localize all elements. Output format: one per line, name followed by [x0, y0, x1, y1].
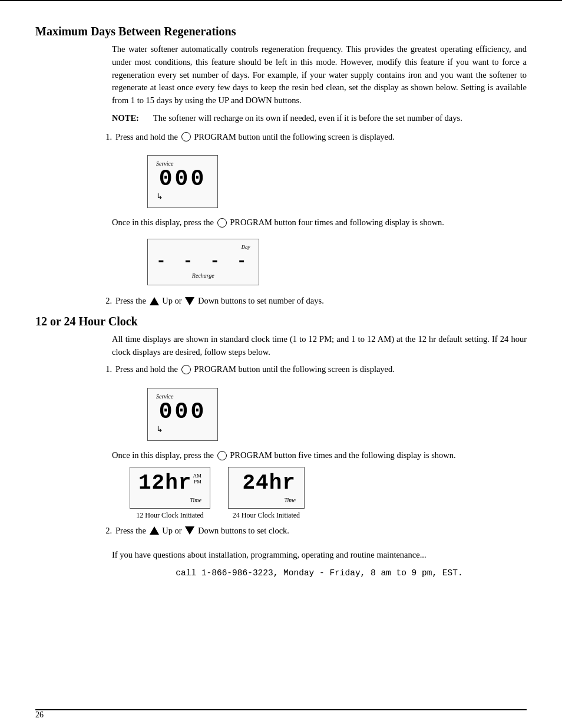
clock-24-caption: 24 Hour Clock Initiated	[233, 511, 300, 520]
display1-digits: 000	[156, 168, 209, 190]
clock-12-caption: 12 Hour Clock Initiated	[136, 511, 203, 520]
step2-number: 2.	[100, 295, 112, 308]
section1-content: The water softener automatically control…	[112, 43, 527, 308]
s2-step-number: 1.	[100, 363, 112, 376]
s2-display1-arrow: ↳	[156, 424, 209, 434]
up-arrow-icon	[150, 297, 159, 305]
s2-step2-down: Down buttons to set clock.	[198, 526, 289, 535]
s2-step2-up: Up or	[162, 526, 181, 535]
clock-24-digits: 24hr	[237, 471, 296, 495]
s2-up-arrow-icon	[150, 526, 159, 535]
clock-24-item: 24hr Time 24 Hour Clock Initiated	[228, 467, 305, 520]
clock-12-item: 12hr AMPM Time 12 Hour Clock Initiated	[130, 467, 210, 520]
display1-arrow: ↳	[156, 192, 209, 202]
footer-question: If you have questions about installation…	[112, 548, 527, 562]
page: Maximum Days Between Regenerations The w…	[0, 0, 562, 728]
section2-step2: 2. Press the Up or Down buttons to set c…	[100, 525, 527, 538]
clock-24-display-box: 24hr Time	[228, 467, 305, 509]
s2-step2-text: Press the	[115, 526, 146, 535]
note-line: NOTE: The softener will recharge on its …	[112, 112, 527, 125]
s2-step1-content: Press and hold the PROGRAM button until …	[115, 363, 395, 376]
s2-program-button-icon-2	[217, 451, 227, 460]
s2-display-box-1: Service 000 ↳	[147, 388, 218, 441]
step1b-post: PROGRAM button four times and following …	[230, 218, 444, 227]
note-text: The softener will recharge on its own if…	[153, 112, 462, 125]
section1-title: Maximum Days Between Regenerations	[35, 25, 527, 38]
section2-title: 12 or 24 Hour Clock	[35, 315, 527, 328]
step1-content: Press and hold the PROGRAM button until …	[115, 131, 395, 144]
clock-24-time-label: Time	[237, 497, 296, 503]
section1-body: The water softener automatically control…	[112, 43, 527, 107]
bottom-border	[35, 709, 527, 710]
section2-content: All time displays are shown in standard …	[112, 333, 527, 538]
program-button-icon	[181, 132, 191, 141]
s2-program-button-icon	[181, 365, 191, 374]
s2-display1-digits: 000	[156, 401, 209, 423]
display-box-1: Service 000 ↳	[147, 155, 218, 208]
clock-12-time-label: Time	[138, 497, 201, 503]
section2-body: All time displays are shown in standard …	[112, 333, 527, 359]
step2-down: Down buttons to set number of days.	[198, 296, 324, 305]
s2-step1b-text: Once in this display, press the PROGRAM …	[112, 449, 527, 462]
step2-content: Press the Up or Down buttons to set numb…	[115, 295, 324, 308]
footer-area: If you have questions about installation…	[112, 548, 527, 580]
section1-step2: 2. Press the Up or Down buttons to set n…	[100, 295, 527, 308]
step-number: 1.	[100, 131, 112, 144]
page-number: 26	[35, 710, 44, 720]
section1-step1: 1. Press and hold the PROGRAM button unt…	[100, 131, 527, 144]
step1-text2: PROGRAM button until the following scree…	[194, 132, 395, 141]
step1-text: Press and hold the	[115, 132, 178, 141]
note-label: NOTE:	[112, 112, 147, 125]
section2-step1: 1. Press and hold the PROGRAM button unt…	[100, 363, 527, 376]
s2-step2-content: Press the Up or Down buttons to set cloc…	[115, 525, 289, 538]
s2-step2-number: 2.	[100, 525, 112, 538]
down-arrow-icon	[185, 297, 194, 305]
display2-recharge: Recharge	[156, 272, 250, 279]
step1b-text: Once in this display, press the PROGRAM …	[112, 216, 527, 229]
footer-call: call 1-866-986-3223, Monday - Friday, 8 …	[112, 566, 527, 580]
clock-12-ampm: AMPM	[193, 473, 201, 485]
clock-12-display-box: 12hr AMPM Time	[130, 467, 210, 509]
s2-step1b-pre: Once in this display, press the	[112, 450, 214, 460]
display2-day: Day	[156, 244, 250, 250]
clock-12-digits: 12hr	[138, 471, 191, 495]
step2-text: Press the	[115, 296, 146, 305]
program-button-icon-2	[217, 218, 227, 228]
clock-displays: 12hr AMPM Time 12 Hour Clock Initiated 2…	[130, 467, 527, 520]
s2-step1b-post: PROGRAM button five times and the follow…	[230, 450, 455, 460]
step2-up: Up or	[162, 296, 181, 305]
s2-down-arrow-icon	[185, 526, 194, 535]
s2-step1-text2: PROGRAM button until the following scree…	[194, 364, 395, 374]
display-box-2: Day - - - - Recharge	[147, 239, 259, 285]
step1b-pre: Once in this display, press the	[112, 218, 214, 227]
s2-step1-text: Press and hold the	[115, 364, 178, 374]
display2-dashes: - - - -	[156, 251, 250, 270]
